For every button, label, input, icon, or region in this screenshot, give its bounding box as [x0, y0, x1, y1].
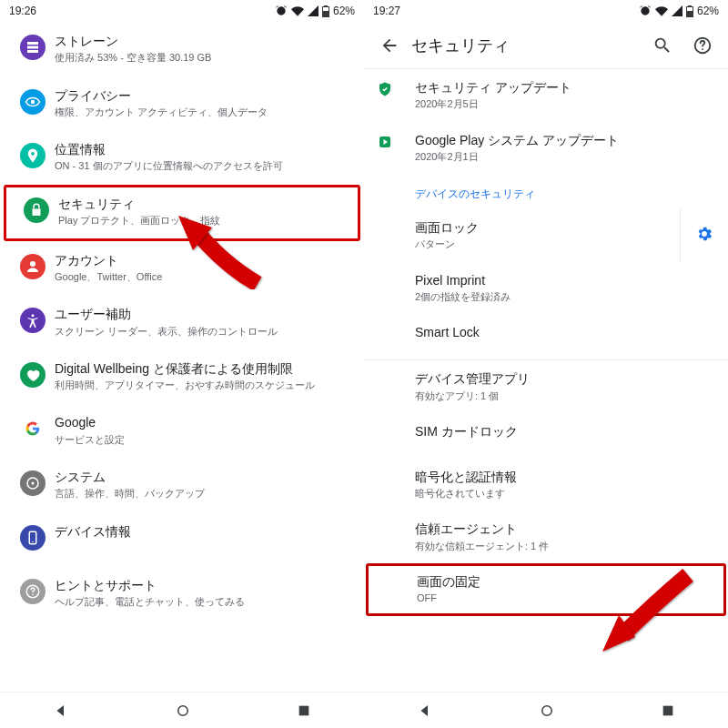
- item-title: デバイス管理アプリ: [415, 370, 713, 387]
- item-title: アカウント: [55, 252, 349, 268]
- help-button[interactable]: [684, 27, 721, 64]
- settings-item-tip[interactable]: ヒントとサポート ヘルプ記事、電話とチャット、使ってみる: [0, 566, 364, 621]
- svg-point-3: [31, 99, 35, 104]
- item-title: Smart Lock: [415, 324, 713, 340]
- privacy-icon: [20, 89, 46, 115]
- item-title: ユーザー補助: [55, 306, 349, 322]
- settings-item-device[interactable]: デバイス情報 ​: [0, 512, 364, 567]
- wifi-icon: [291, 5, 304, 17]
- security-list: セキュリティ アップデート 2020年2月5日 Google Play システム…: [364, 69, 728, 616]
- settings-pane-left: 19:26 62% ストレーン 使用済み 53% - 空き容量 30.19 GB…: [0, 0, 364, 728]
- item-title: ストレーン: [55, 33, 349, 49]
- svg-point-13: [178, 705, 188, 715]
- nav-back-icon[interactable]: [417, 703, 433, 719]
- page-title: セキュリティ: [408, 35, 644, 56]
- nav-recent-icon[interactable]: [297, 703, 311, 718]
- alarm-icon: [639, 5, 652, 17]
- shield-icon: [377, 81, 393, 101]
- system-icon: [20, 470, 46, 496]
- item-title: システム: [55, 469, 349, 485]
- svg-rect-0: [27, 42, 38, 45]
- security-icon: [24, 197, 49, 223]
- signal-icon: [672, 5, 682, 16]
- settings-item-security[interactable]: セキュリティ Play プロテクト、画面ロック、指紋: [6, 187, 358, 238]
- security-item[interactable]: デバイス管理アプリ 有効なアプリ: 1 個: [364, 360, 728, 413]
- nav-back-icon[interactable]: [53, 703, 69, 719]
- item-subtitle: 有効なアプリ: 1 個: [415, 389, 713, 403]
- tip-icon: [20, 579, 46, 604]
- status-right: 62%: [275, 5, 355, 17]
- wifi-icon: [655, 5, 668, 17]
- security-item[interactable]: 暗号化と認証情報 暗号化されています: [364, 459, 728, 511]
- location-icon: [20, 143, 46, 168]
- settings-item-storage[interactable]: ストレーン 使用済み 53% - 空き容量 30.19 GB: [0, 22, 364, 76]
- item-subtitle: 有効な信頼エージェント: 1 件: [415, 540, 713, 553]
- nav-bar: [364, 692, 728, 728]
- svg-point-6: [32, 315, 35, 318]
- svg-point-5: [30, 261, 35, 267]
- nav-home-icon[interactable]: [175, 703, 191, 719]
- item-subtitle: ヘルプ記事、電話とチャット、使ってみる: [55, 595, 349, 609]
- svg-point-8: [32, 482, 35, 485]
- settings-item-a11y[interactable]: ユーザー補助 スクリーン リーダー、表示、操作のコントロール: [0, 295, 364, 349]
- item-title: Pixel Imprint: [415, 272, 713, 288]
- security-item[interactable]: 画面の固定 OFF: [369, 566, 723, 613]
- account-icon: [20, 254, 46, 279]
- item-subtitle: OFF: [417, 592, 712, 605]
- svg-point-12: [32, 594, 34, 596]
- item-subtitle: 利用時間、アプリタイマー、おやすみ時間のスケジュール: [55, 379, 349, 392]
- item-title: SIM カードロック: [415, 423, 713, 440]
- item-subtitle: パターン: [415, 238, 713, 251]
- security-item[interactable]: 信頼エージェント 有効な信頼エージェント: 1 件: [364, 511, 728, 563]
- security-item[interactable]: Pixel Imprint 2個の指紋を登録済み: [364, 262, 728, 315]
- alarm-icon: [275, 5, 288, 17]
- settings-item-account[interactable]: アカウント Google、Twitter、Office: [0, 241, 364, 296]
- item-title: 信頼エージェント: [415, 521, 713, 537]
- status-time: 19:26: [9, 5, 36, 17]
- item-subtitle: 暗号化されています: [415, 487, 713, 500]
- item-subtitle: サービスと設定: [55, 433, 349, 447]
- section-header: デバイスのセキュリティ: [364, 174, 728, 209]
- item-title: プライバシー: [55, 87, 349, 104]
- battery-pct: 62%: [697, 5, 719, 17]
- nav-bar: [0, 692, 364, 728]
- search-icon: [652, 35, 672, 56]
- security-pane-right: 19:27 62% セキュリティ セキュリティ アップデート 2020年2月5日…: [364, 0, 728, 728]
- storage-icon: [20, 35, 46, 60]
- item-title: 暗号化と認証情報: [415, 469, 713, 485]
- gear-icon[interactable]: [695, 225, 713, 247]
- svg-rect-14: [299, 705, 309, 715]
- svg-rect-1: [27, 46, 38, 49]
- security-item[interactable]: Smart Lock: [364, 314, 728, 359]
- update-item[interactable]: Google Play システム アップデート 2020年2月1日: [364, 122, 728, 175]
- item-subtitle: 2020年2月5日: [415, 97, 713, 111]
- nav-home-icon[interactable]: [539, 703, 555, 719]
- settings-item-system[interactable]: システム 言語、操作、時間、バックアップ: [0, 458, 364, 512]
- item-subtitle: スクリーン リーダー、表示、操作のコントロール: [55, 325, 349, 339]
- status-bar: 19:27 62%: [364, 0, 728, 22]
- search-button[interactable]: [644, 27, 681, 64]
- settings-item-wellbeing[interactable]: Digital Wellbeing と保護者による使用制限 利用時間、アプリタイ…: [0, 349, 364, 404]
- item-subtitle: ON - 31 個のアプリに位置情報へのアクセスを許可: [55, 159, 349, 173]
- nav-recent-icon[interactable]: [661, 703, 675, 718]
- security-item[interactable]: 画面ロック パターン: [364, 209, 728, 262]
- item-title: Digital Wellbeing と保護者による使用制限: [55, 360, 349, 377]
- settings-list: ストレーン 使用済み 53% - 空き容量 30.19 GB プライバシー 権限…: [0, 22, 364, 657]
- app-bar: セキュリティ: [364, 22, 728, 69]
- battery-icon: [322, 5, 329, 17]
- svg-point-16: [702, 48, 703, 50]
- settings-item-privacy[interactable]: プライバシー 権限、アカウント アクティビティ、個人データ: [0, 76, 364, 131]
- item-subtitle: 2個の指紋を登録済み: [415, 290, 713, 304]
- security-item[interactable]: SIM カードロック: [364, 413, 728, 459]
- item-title: 画面の固定: [417, 573, 712, 590]
- update-item[interactable]: セキュリティ アップデート 2020年2月5日: [364, 69, 728, 122]
- settings-item-google[interactable]: Google サービスと設定: [0, 403, 364, 458]
- arrow-back-icon: [379, 35, 399, 56]
- google-icon: [20, 416, 46, 441]
- back-button[interactable]: [371, 35, 408, 56]
- svg-rect-2: [27, 50, 38, 53]
- svg-point-18: [542, 705, 552, 715]
- settings-item-location[interactable]: 位置情報 ON - 31 個のアプリに位置情報へのアクセスを許可: [0, 130, 364, 185]
- svg-point-10: [32, 541, 34, 542]
- item-subtitle: 使用済み 53% - 空き容量 30.19 GB: [55, 51, 349, 65]
